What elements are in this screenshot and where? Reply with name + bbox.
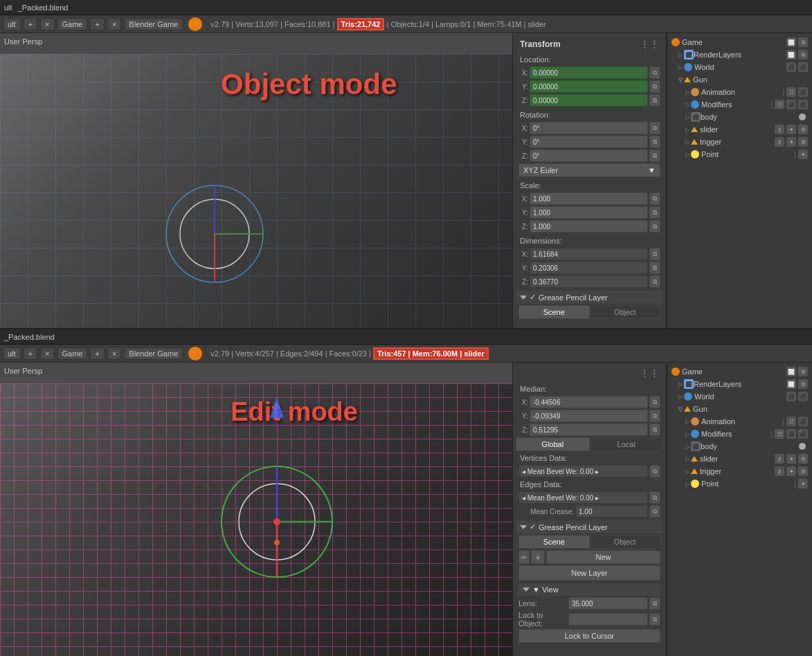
menu-plus2[interactable]: + xyxy=(90,18,104,30)
loc-y-copy[interactable]: ⧉ xyxy=(649,80,660,93)
bottom-menu-plus2[interactable]: + xyxy=(90,347,104,360)
lock-to-object-row: Lock to Object: ⧉ xyxy=(518,611,660,628)
scale-x-copy[interactable]: ⧉ xyxy=(649,192,660,205)
rot-z-input[interactable]: 0° xyxy=(530,149,648,162)
rotation-mode-dropdown[interactable]: XYZ Euler ▼ xyxy=(518,163,660,177)
top-scene-tab[interactable]: Scene xyxy=(518,305,590,319)
bottom-render-layers[interactable]: ▷ ⬛ RenderLayers ⬜ ⚙ xyxy=(676,378,811,390)
top-gun[interactable]: ▽ Gun xyxy=(676,73,811,86)
new-layer-btn[interactable]: New Layer xyxy=(518,565,660,581)
dim-y-copy[interactable]: ⧉ xyxy=(649,262,660,274)
lens-input[interactable]: 35.000 xyxy=(568,597,648,610)
med-z-copy[interactable]: ⧉ xyxy=(649,423,660,436)
rot-x-input[interactable]: 0° xyxy=(530,122,648,134)
menu-plus[interactable]: + xyxy=(24,18,37,30)
menu-close2[interactable]: × xyxy=(107,18,121,30)
bevel-copy2[interactable]: ⧉ xyxy=(649,491,660,504)
bottom-viewport[interactable]: User Persp Edit mode xyxy=(0,363,512,656)
rot-y-copy[interactable]: ⧉ xyxy=(649,136,660,148)
bottom-grease-header[interactable]: ✓ Grease Pencil Layer xyxy=(516,520,663,534)
new-btn[interactable]: New xyxy=(546,550,660,564)
svg-point-11 xyxy=(274,540,280,545)
mean-bevel-input2[interactable]: ◂ Mean Bevel We: 0.00 ▸ xyxy=(518,491,648,504)
bottom-object-tab[interactable]: Object xyxy=(590,535,661,549)
bottom-modifiers[interactable]: ▷ Modifiers | ☷ ⬛ ⬛ xyxy=(683,428,811,440)
med-x-input[interactable]: -0.44506 xyxy=(530,396,648,408)
dim-x-copy[interactable]: ⧉ xyxy=(649,248,660,260)
loc-x-copy[interactable]: ⧉ xyxy=(649,66,660,79)
scale-y-input[interactable]: 1.000 xyxy=(530,206,648,219)
scale-z-copy[interactable]: ⧉ xyxy=(649,220,660,233)
bottom-world[interactable]: ▷ World ⬛ ⬛ xyxy=(676,390,811,403)
rot-z-copy[interactable]: ⧉ xyxy=(649,149,660,162)
bottom-point-label: Point xyxy=(701,480,719,488)
top-point[interactable]: ▷ Point | ✦ xyxy=(683,148,811,161)
view-header[interactable]: ▼ View xyxy=(518,583,660,596)
bottom-engine-selector[interactable]: Blender Game xyxy=(124,347,183,360)
loc-z-copy[interactable]: ⧉ xyxy=(649,94,660,107)
rot-y-input[interactable]: 0° xyxy=(530,136,648,148)
panel-drag[interactable]: ⋮⋮ xyxy=(640,39,659,50)
lock-copy[interactable]: ⧉ xyxy=(649,613,660,626)
mod-icon xyxy=(691,100,699,109)
bottom-menu-close2[interactable]: × xyxy=(107,347,121,360)
lock-to-cursor-btn[interactable]: Lock to Cursor xyxy=(518,629,660,643)
mean-crease-input[interactable]: 1.00 xyxy=(575,505,648,518)
bottom-trigger[interactable]: ▷ trigger ⚷ ✦ ⚙ xyxy=(683,465,811,477)
scale-x-input[interactable]: 1.000 xyxy=(530,192,648,205)
loc-z-input[interactable]: 0.00000 xyxy=(530,94,648,107)
bottom-body[interactable]: ▷ ⬛ body xyxy=(683,440,811,453)
top-object-tab[interactable]: Object xyxy=(590,305,661,319)
dim-y-input[interactable]: 0.20306 xyxy=(530,262,648,274)
loc-y-input[interactable]: 0.00000 xyxy=(530,80,648,93)
plus-btn[interactable]: + xyxy=(531,550,545,564)
top-trigger[interactable]: ▷ trigger ⚷ ✦ ⚙ xyxy=(683,136,811,148)
local-btn[interactable]: Local xyxy=(590,437,664,451)
rot-x-copy[interactable]: ⧉ xyxy=(649,122,660,134)
top-viewport[interactable]: User Persp Object mode xyxy=(0,33,512,328)
bottom-grease-label: Grease Pencil Layer xyxy=(539,523,608,531)
top-body[interactable]: ▷ ⬛ body xyxy=(683,111,811,123)
bottom-gun[interactable]: ▽ Gun xyxy=(676,403,811,415)
loc-x-input[interactable]: 0.00000 xyxy=(530,66,648,79)
dim-z-input[interactable]: 0.36770 xyxy=(530,275,648,288)
top-render-layers[interactable]: ▷ ⬛ RenderLayers ⬜ ⚙ xyxy=(676,48,811,61)
bottom-point[interactable]: ▷ Point | ✦ xyxy=(683,477,811,490)
pipe-sep: | xyxy=(782,88,784,96)
mean-bevel-input[interactable]: ◂ Mean Bevel We: 0.00 ▸ xyxy=(518,465,648,477)
bottom-menu-close[interactable]: × xyxy=(40,347,54,360)
bottom-scene-tab[interactable]: Scene xyxy=(518,535,590,549)
trigger-icons: ⚷ ✦ ⚙ xyxy=(775,137,808,147)
lens-copy[interactable]: ⧉ xyxy=(649,597,660,610)
bottom-menu-mode[interactable]: Game xyxy=(57,347,88,360)
lock-to-object-input[interactable] xyxy=(568,613,648,626)
top-world[interactable]: ▷ World ⬛ ⬛ xyxy=(676,61,811,73)
engine-selector[interactable]: Blender Game xyxy=(124,18,183,30)
scale-y-copy[interactable]: ⧉ xyxy=(649,206,660,219)
dim-x-input[interactable]: 1.61684 xyxy=(530,248,648,260)
med-y-copy[interactable]: ⧉ xyxy=(649,410,660,422)
med-x-copy[interactable]: ⧉ xyxy=(649,396,660,408)
top-animation[interactable]: ▷ Animation | ☷ ⬛ xyxy=(683,86,811,98)
dim-z-copy[interactable]: ⧉ xyxy=(649,275,660,288)
med-y-input[interactable]: -0.09349 xyxy=(530,410,648,422)
top-grease-header[interactable]: ✓ Grease Pencil Layer xyxy=(516,291,663,304)
global-btn[interactable]: Global xyxy=(516,437,590,451)
bottom-panel-drag[interactable]: ⋮⋮ xyxy=(640,368,659,379)
bottom-menu-ult[interactable]: ult xyxy=(3,347,21,360)
bottom-slider[interactable]: ▷ slider ⚷ ✦ ⚙ xyxy=(683,453,811,465)
bottom-outliner-title: Game ⬜ ⚙ xyxy=(669,365,811,378)
scale-z-input[interactable]: 1.000 xyxy=(530,220,648,233)
bottom-trigger-icon1: ⚷ xyxy=(775,466,784,476)
bottom-animation[interactable]: ▷ Animation | ☷ ⬛ xyxy=(683,415,811,428)
transform-title: Transform xyxy=(520,39,561,49)
menu-ult[interactable]: ult xyxy=(3,18,21,30)
bottom-menu-plus[interactable]: + xyxy=(24,347,37,360)
bevel-copy[interactable]: ⧉ xyxy=(649,465,660,477)
med-z-input[interactable]: 0.51295 xyxy=(530,423,648,436)
menu-close[interactable]: × xyxy=(40,18,54,30)
top-modifiers[interactable]: ▷ Modifiers | ☷ ⬛ ⬛ xyxy=(683,98,811,111)
menu-mode[interactable]: Game xyxy=(57,18,88,30)
crease-copy[interactable]: ⧉ xyxy=(649,505,660,518)
top-slider[interactable]: ▷ slider ⚷ ✦ ⚙ xyxy=(683,123,811,136)
